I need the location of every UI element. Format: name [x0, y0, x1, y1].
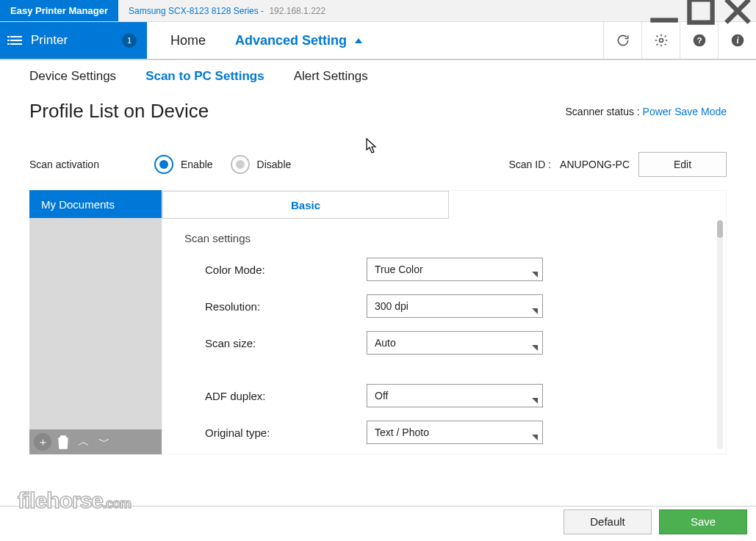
- window-minimize-button[interactable]: [646, 0, 683, 21]
- dropdown-arrow-icon: [532, 398, 538, 404]
- refresh-icon: [616, 33, 630, 48]
- list-icon: [10, 36, 22, 45]
- dropdown-arrow-icon: [532, 272, 538, 277]
- help-button[interactable]: ?: [680, 21, 718, 59]
- radio-enable[interactable]: Enable: [154, 155, 213, 174]
- edit-scan-id-button[interactable]: Edit: [638, 152, 727, 177]
- nav-advanced-setting[interactable]: Advanced Setting: [235, 33, 362, 48]
- chevron-up-icon: [355, 38, 362, 43]
- scanner-status: Scanner status : Power Save Mode: [566, 106, 727, 117]
- profile-list: My Documents ＋ ︿ ﹀: [29, 190, 162, 454]
- app-title: Easy Printer Manager: [0, 0, 118, 21]
- info-icon: i: [730, 33, 745, 48]
- scan-size-value: Auto: [375, 337, 396, 349]
- plus-icon: ＋: [37, 435, 48, 449]
- device-title: Samsung SCX-8123 8128 Series - 192.168.1…: [118, 0, 336, 21]
- radio-enable-label: Enable: [181, 159, 213, 170]
- refresh-button[interactable]: [603, 21, 641, 59]
- profile-toolbar: ＋ ︿ ﹀: [29, 429, 162, 454]
- svg-rect-1: [689, 0, 712, 22]
- move-up-button[interactable]: ︿: [75, 433, 93, 451]
- scan-id-label: Scan ID :: [509, 159, 552, 170]
- printer-menu-button[interactable]: Printer 1: [0, 22, 147, 59]
- nav-home[interactable]: Home: [170, 33, 206, 48]
- dropdown-arrow-icon: [532, 308, 538, 314]
- svg-point-4: [659, 39, 663, 43]
- scan-id-value: ANUPONG-PC: [560, 159, 630, 170]
- default-button[interactable]: Default: [564, 509, 652, 534]
- trash-icon: [54, 433, 72, 451]
- chevron-up-icon: ︿: [78, 435, 90, 450]
- printer-menu-label: Printer: [31, 33, 68, 48]
- footer: Default Save: [0, 506, 756, 541]
- subnav-alert-settings[interactable]: Alert Settings: [294, 69, 368, 84]
- resolution-dropdown[interactable]: 300 dpi: [367, 294, 543, 318]
- scrollbar[interactable]: [717, 220, 723, 449]
- original-type-dropdown[interactable]: Text / Photo: [367, 421, 543, 444]
- help-icon: ?: [692, 33, 707, 48]
- adf-duplex-value: Off: [375, 390, 388, 402]
- original-type-value: Text / Photo: [375, 426, 429, 438]
- window-close-button[interactable]: [719, 0, 756, 21]
- resolution-value: 300 dpi: [375, 300, 408, 312]
- nav-bar: Printer 1 Home Advanced Setting ? i: [0, 22, 756, 60]
- tab-basic[interactable]: Basic: [162, 191, 449, 218]
- dropdown-arrow-icon: [532, 435, 538, 440]
- adf-duplex-label: ADF duplex:: [205, 390, 367, 402]
- adf-duplex-dropdown[interactable]: Off: [367, 384, 543, 407]
- info-button[interactable]: i: [718, 21, 756, 59]
- sub-nav: Device Settings Scan to PC Settings Aler…: [0, 60, 756, 92]
- delete-profile-button[interactable]: [54, 433, 72, 451]
- scan-size-dropdown[interactable]: Auto: [367, 331, 543, 355]
- device-ip-separator: -: [259, 6, 267, 16]
- add-profile-button[interactable]: ＋: [34, 433, 51, 451]
- scan-activation-label: Scan activation: [29, 159, 154, 170]
- content-area: Profile List on Device Scanner status : …: [0, 92, 756, 454]
- scan-size-label: Scan size:: [205, 337, 367, 349]
- title-bar: Easy Printer Manager Samsung SCX-8123 81…: [0, 0, 756, 22]
- subnav-scan-to-pc[interactable]: Scan to PC Settings: [145, 69, 264, 84]
- color-mode-label: Color Mode:: [205, 264, 367, 276]
- move-down-button[interactable]: ﹀: [96, 433, 113, 451]
- nav-advanced-label: Advanced Setting: [235, 33, 347, 48]
- gear-icon: [654, 33, 669, 48]
- scrollbar-thumb[interactable]: [717, 220, 723, 238]
- dropdown-arrow-icon: [532, 345, 538, 351]
- color-mode-value: True Color: [375, 264, 423, 275]
- scanner-status-label: Scanner status :: [566, 106, 643, 117]
- chevron-down-icon: ﹀: [98, 435, 110, 450]
- page-title: Profile List on Device: [29, 100, 209, 123]
- original-type-label: Original type:: [205, 426, 367, 439]
- save-button[interactable]: Save: [659, 509, 747, 534]
- radio-disable-label: Disable: [257, 159, 292, 170]
- settings-panel: Basic Scan settings Color Mode: True Col…: [162, 190, 727, 454]
- device-ip: 192.168.1.222: [269, 6, 325, 16]
- settings-button[interactable]: [641, 21, 680, 59]
- subnav-device-settings[interactable]: Device Settings: [29, 69, 116, 84]
- svg-text:?: ?: [696, 35, 702, 45]
- resolution-label: Resolution:: [205, 300, 367, 313]
- device-name: Samsung SCX-8123 8128 Series: [129, 6, 259, 16]
- profile-item-my-documents[interactable]: My Documents: [29, 190, 162, 218]
- scan-settings-section-label: Scan settings: [184, 232, 704, 244]
- printer-count-badge: 1: [122, 33, 137, 48]
- scanner-status-link[interactable]: Power Save Mode: [643, 106, 727, 117]
- color-mode-dropdown[interactable]: True Color: [367, 258, 543, 281]
- radio-disable[interactable]: Disable: [231, 155, 292, 174]
- window-maximize-button[interactable]: [683, 0, 719, 21]
